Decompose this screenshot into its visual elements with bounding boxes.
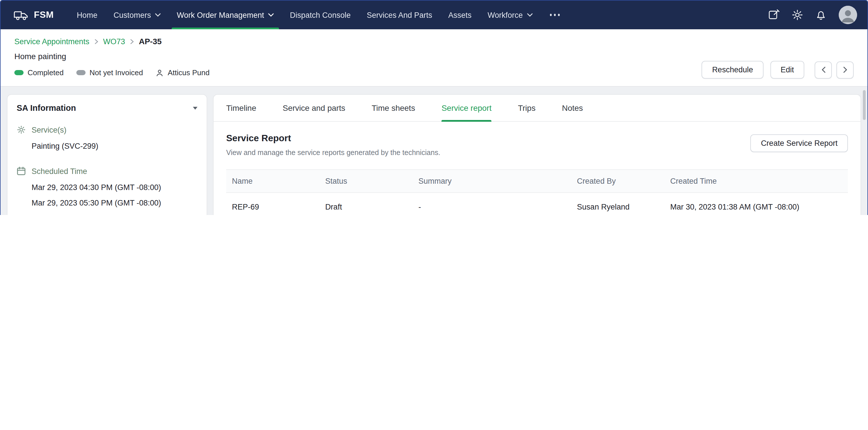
nav-label: Services And Parts — [367, 11, 432, 19]
more-icon — [549, 14, 561, 16]
table-header-row: Name Status Summary Created By Created T… — [226, 170, 848, 193]
bell-icon[interactable] — [815, 9, 827, 21]
field-value: Mar 29, 2023 04:30 PM (GMT -08:00) — [32, 180, 197, 195]
reschedule-button[interactable]: Reschedule — [702, 61, 764, 79]
page-title: Home painting — [14, 52, 854, 61]
page-header: Service Appointments WO73 AP-35 Home pai… — [1, 29, 867, 87]
service-report-table: Name Status Summary Created By Created T… — [226, 170, 848, 215]
chevron-left-icon — [821, 67, 825, 73]
sa-information-card: SA Information Service(s) Painting (SVC-… — [7, 94, 207, 215]
status-dot-gray — [76, 70, 86, 75]
table-row[interactable]: REP-69 Draft - Susan Ryeland Mar 30, 202… — [226, 193, 848, 215]
content-area: SA Information Service(s) Painting (SVC-… — [1, 87, 867, 215]
field-services: Service(s) Painting (SVC-299) — [17, 125, 197, 154]
tab-label: Time sheets — [372, 103, 415, 113]
scrollbar-thumb[interactable] — [863, 90, 866, 120]
tab-timeline[interactable]: Timeline — [226, 95, 256, 121]
status-invoice: Not yet Invoiced — [76, 68, 143, 77]
next-record-button[interactable] — [836, 61, 854, 79]
nav-item-home[interactable]: Home — [69, 1, 105, 29]
field-value: Painting (SVC-299) — [32, 139, 197, 154]
chevron-down-icon — [527, 13, 532, 17]
vehicle-logo-icon — [13, 9, 29, 20]
status-dot-green — [14, 70, 24, 75]
nav-label: Assets — [448, 11, 472, 19]
brand[interactable]: FSM — [13, 9, 54, 20]
person-icon — [156, 69, 164, 76]
edit-button[interactable]: Edit — [770, 61, 804, 79]
gear-icon[interactable] — [792, 9, 803, 21]
tab-trips[interactable]: Trips — [518, 95, 535, 121]
sidebar: SA Information Service(s) Painting (SVC-… — [7, 94, 207, 215]
status-completed: Completed — [14, 68, 64, 77]
calendar-icon — [17, 166, 26, 176]
breadcrumb-wo73[interactable]: WO73 — [103, 37, 125, 45]
chevron-right-icon — [130, 39, 134, 44]
avatar[interactable] — [839, 6, 857, 24]
tab-label: Timeline — [226, 103, 256, 113]
nav-item-services-and-parts[interactable]: Services And Parts — [359, 1, 440, 29]
tab-time-sheets[interactable]: Time sheets — [372, 95, 415, 121]
nav-label: Work Order Management — [177, 11, 264, 19]
create-service-report-button[interactable]: Create Service Report — [751, 134, 848, 152]
column-header-actions — [823, 170, 848, 193]
tab-service-and-parts[interactable]: Service and parts — [283, 95, 345, 121]
nav-item-customers[interactable]: Customers — [105, 1, 169, 29]
previous-record-button[interactable] — [815, 61, 832, 79]
nav-items: Home Customers Work Order Management Dis… — [69, 1, 569, 29]
tab-notes[interactable]: Notes — [562, 95, 583, 121]
breadcrumb: Service Appointments WO73 AP-35 — [14, 37, 854, 46]
tabs-bar: Timeline Service and parts Time sheets S… — [214, 95, 861, 122]
column-header-status: Status — [319, 170, 413, 193]
nav-item-assets[interactable]: Assets — [440, 1, 479, 29]
nav-label: Customers — [113, 11, 151, 19]
invoice-status-label: Not yet Invoiced — [90, 68, 143, 77]
cell-summary: - — [413, 193, 571, 215]
status-label: Completed — [28, 68, 64, 77]
chevron-down-icon — [155, 13, 161, 17]
nav-item-workforce[interactable]: Workforce — [479, 1, 541, 29]
nav-label: Workforce — [488, 11, 523, 19]
main-panel: Timeline Service and parts Time sheets S… — [213, 94, 861, 215]
nav-right-icons — [768, 6, 857, 24]
section-subtitle: View and manage the service reports gene… — [226, 149, 440, 157]
cell-created-time: Mar 30, 2023 01:38 AM (GMT -08:00) — [664, 193, 823, 215]
tab-label: Notes — [562, 103, 583, 113]
sa-information-header: SA Information — [17, 103, 197, 113]
brand-label: FSM — [34, 10, 54, 20]
field-scheduled-time: Scheduled Time Mar 29, 2023 04:30 PM (GM… — [17, 166, 197, 211]
header-actions: Reschedule Edit — [702, 61, 854, 79]
chevron-right-icon — [94, 39, 98, 44]
tab-label: Service report — [441, 103, 491, 113]
nav-label: Dispatch Console — [290, 11, 351, 19]
nav-item-work-order-management[interactable]: Work Order Management — [169, 1, 282, 29]
nav-item-dispatch-console[interactable]: Dispatch Console — [282, 1, 359, 29]
record-pager — [815, 61, 854, 79]
chevron-down-icon — [268, 13, 274, 17]
tab-service-report[interactable]: Service report — [441, 95, 491, 121]
owner-label: Atticus Pund — [167, 68, 210, 77]
field-label: Scheduled Time — [32, 167, 87, 175]
service-icon — [17, 125, 26, 134]
tab-label: Service and parts — [283, 103, 345, 113]
nav-label: Home — [76, 11, 97, 19]
owner-group: Atticus Pund — [156, 68, 210, 77]
field-value: Mar 29, 2023 05:30 PM (GMT -08:00) — [32, 195, 197, 211]
column-header-created-time: Created Time — [664, 170, 823, 193]
breadcrumb-current: AP-35 — [139, 37, 162, 46]
compose-icon[interactable] — [768, 9, 780, 21]
tab-label: Trips — [518, 103, 535, 113]
column-header-summary: Summary — [413, 170, 571, 193]
cell-name[interactable]: REP-69 — [226, 193, 319, 215]
field-label: Service(s) — [32, 125, 67, 134]
section-title: Service Report — [226, 133, 440, 144]
top-navbar: FSM Home Customers Work Order Management… — [1, 1, 867, 29]
breadcrumb-service-appointments[interactable]: Service Appointments — [14, 37, 89, 45]
report-header: Service Report View and manage the servi… — [214, 122, 861, 157]
column-header-name: Name — [226, 170, 319, 193]
sa-information-title: SA Information — [17, 103, 76, 113]
app-window: FSM Home Customers Work Order Management… — [0, 0, 868, 215]
column-header-created-by: Created By — [571, 170, 664, 193]
nav-more-button[interactable] — [540, 1, 569, 29]
collapse-icon[interactable] — [193, 106, 197, 110]
